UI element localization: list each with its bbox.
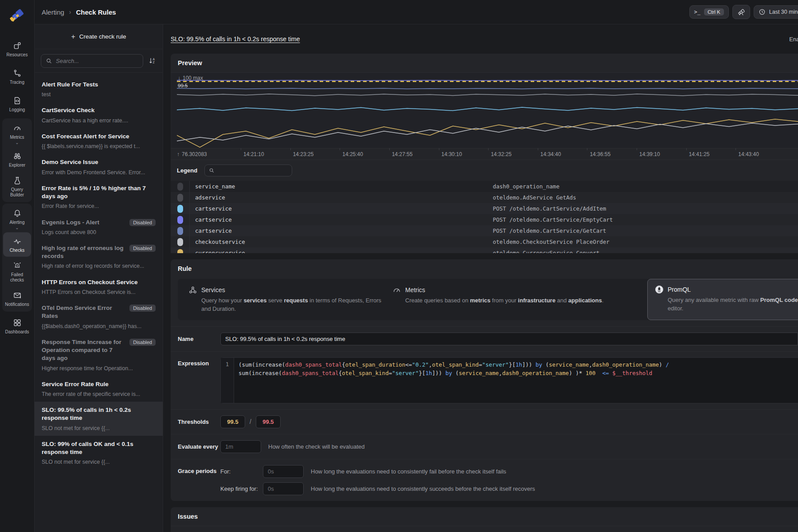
sidebar-item-notifications[interactable]: Notifications [3, 286, 31, 311]
rule-item-header: SLO: 99% of calls OK and < 0.1s response… [42, 440, 156, 456]
rule-item-subtitle: The error rate of the specific service i… [42, 391, 156, 398]
series-color-swatch[interactable] [177, 238, 183, 246]
rule-type-metrics[interactable]: MetricsCreate queries based on metrics f… [388, 283, 647, 316]
check-rule-item[interactable]: Error Rate is 5% / 10 % higher than 7 da… [35, 180, 163, 214]
promql-code-editor[interactable]: 1 (sum(increase(dash0_spans_total{otel_s… [220, 357, 798, 403]
sidebar-item-logging[interactable]: Logging [3, 92, 31, 116]
legend-service-name[interactable]: adservice [195, 194, 487, 201]
rule-item-header: HTTP Errors on Checkout Service [42, 278, 156, 286]
breadcrumb-alerting[interactable]: Alerting [42, 8, 64, 16]
legend-table: service_namedash0_operation_nameadservic… [171, 181, 798, 253]
sidebar-item-checks[interactable]: Checks [3, 232, 31, 257]
column-divider [189, 203, 190, 214]
topbar: Alerting › Check Rules >_ Ctrl K [35, 0, 798, 24]
nav-group: Tracing [2, 63, 32, 90]
check-rule-item[interactable]: High log rate of erroneus log recordsDis… [35, 240, 163, 274]
check-rule-item[interactable]: Alert Rule For Teststest [35, 76, 163, 102]
sidebar-item-resources[interactable]: Resources [3, 37, 31, 61]
grace-for-input[interactable] [263, 465, 304, 478]
nav-group: Logging [2, 91, 32, 117]
legend-row-item: cartservicePOST /oteldemo.CartService/Ad… [171, 203, 798, 214]
series-color-swatch[interactable] [177, 216, 183, 224]
degraded-threshold-input[interactable] [220, 415, 245, 428]
rule-type-promql[interactable]: PromQLQuery any available metric with ra… [647, 279, 798, 320]
check-rule-item[interactable]: HTTP Errors on Checkout ServiceHTTP Erro… [35, 274, 163, 300]
legend-toolbar: Legend [171, 160, 798, 181]
gauge-icon [392, 286, 401, 294]
check-rule-item[interactable]: Service Error Rate RuleThe error rate of… [35, 376, 163, 402]
rule-item-subtitle: Higher response time for Operation... [42, 365, 156, 372]
rule-title-link[interactable]: SLO: 99.5% of calls in 1h < 0.2s respons… [171, 35, 300, 43]
rule-item-title: Response Time Increase for Operation com… [42, 338, 126, 363]
sidebar-item-query-builder[interactable]: Query Builder [3, 172, 31, 201]
sidebar-item-explorer[interactable]: Explorer [3, 147, 31, 172]
rules-search-row: A Z [35, 49, 163, 73]
sidebar-item-dashboards[interactable]: Dashboards [3, 314, 31, 338]
enabled-label[interactable]: Enabled [789, 36, 798, 43]
check-rule-item[interactable]: Evgenis Logs - AlertDisabledLogs count a… [35, 214, 163, 240]
sidebar-item-label: Query Builder [4, 187, 30, 198]
legend-operation-name[interactable]: oteldemo.CheckoutService PlaceOrder [493, 239, 791, 245]
x-tick-label: 14:27:55 [392, 151, 413, 157]
sidebar-item-metrics[interactable]: Metrics⌄ [3, 119, 31, 147]
rule-item-subtitle: CartService has a high error rate.... [42, 117, 156, 124]
legend-operation-name[interactable]: POST /oteldemo.CartService/EmptyCart [493, 216, 791, 223]
expression-code: (sum(increase(dash0_spans_total{otel_spa… [234, 358, 673, 403]
check-rule-item[interactable]: OTel Demo Service Error RatesDisabled{{$… [35, 300, 163, 334]
legend-operation-name[interactable]: oteldemo.AdService GetAds [493, 194, 791, 201]
legend-operation-name[interactable]: POST /oteldemo.CartService/AddItem [493, 205, 791, 212]
legend-service-name[interactable]: cartservice [195, 216, 487, 223]
x-tick-label: 14:21:10 [243, 151, 264, 157]
legend-row-item: currencyserviceoteldemo.CurrencyService … [171, 247, 798, 253]
chevron-down-icon: ⌄ [15, 227, 19, 229]
time-range-label: Last 30 minutes [769, 9, 798, 15]
legend-service-name[interactable]: cartservice [195, 205, 487, 212]
chevron-down-icon: ⌄ [15, 142, 19, 144]
telescope-button[interactable] [732, 5, 750, 19]
check-rule-item[interactable]: CartService CheckCartService has a high … [35, 102, 163, 128]
check-rule-item[interactable]: Cost Forecast Alert for Service{{ $label… [35, 128, 163, 154]
dash0-logo[interactable] [8, 5, 26, 23]
series-color-swatch[interactable] [177, 249, 183, 254]
legend-service-name[interactable]: cartservice [195, 227, 487, 234]
check-rule-item[interactable]: SLO: 99% of calls OK and < 0.1s response… [35, 436, 163, 470]
time-range-picker[interactable]: Last 30 minutes [754, 5, 798, 19]
critical-threshold-input[interactable] [256, 415, 281, 428]
legend-operation-name[interactable]: oteldemo.CurrencyService Convert [493, 250, 791, 253]
sidebar-item-failed-checks[interactable]: Failed checks [3, 257, 31, 286]
grace-row-help: How long the evaluations need to consist… [311, 468, 506, 475]
legend-service-name[interactable]: checkoutservice [195, 239, 487, 245]
rule-item-header: Demo Service Issue [42, 158, 156, 166]
series-color-swatch[interactable] [177, 194, 183, 202]
rule-card: Rule ServicesQuery how your services ser… [171, 259, 798, 501]
search-icon [209, 168, 215, 173]
rule-type-title: PromQL [655, 285, 798, 294]
check-rule-item[interactable]: Demo Service IssueError with Demo Fronte… [35, 154, 163, 180]
rules-search-input[interactable] [56, 58, 138, 64]
legend-operation-name[interactable]: POST /oteldemo.CartService/GetCart [493, 227, 791, 234]
command-palette-button[interactable]: >_ Ctrl K [689, 5, 729, 19]
services-icon [188, 286, 197, 294]
check-rule-item[interactable]: SLO: 99.5% of calls in 1h < 0.2s respons… [35, 402, 163, 436]
series-color-swatch[interactable] [177, 183, 183, 191]
nav-group: Resources [2, 36, 32, 62]
legend-search-input[interactable] [218, 168, 288, 174]
issues-card: Issues Summary [171, 507, 798, 532]
check-rule-item[interactable]: Response Time Increase for Operation com… [35, 334, 163, 376]
rule-name-input[interactable] [220, 332, 798, 345]
grace-keep-firing-input[interactable] [263, 482, 304, 495]
sidebar-item-label: Tracing [10, 80, 24, 85]
legend-service-name[interactable]: currencyservice [195, 250, 487, 253]
x-tick-label: 14:23:25 [293, 151, 314, 157]
threshold-value-label: 99.5 [178, 83, 188, 88]
x-tick-label: 14:39:10 [639, 151, 660, 157]
sort-az-button[interactable]: A Z [149, 57, 156, 65]
rule-type-services[interactable]: ServicesQuery how your services serve re… [184, 283, 388, 316]
sidebar-item-tracing[interactable]: Tracing [3, 64, 31, 89]
create-check-rule-button[interactable]: + Create check rule [71, 33, 126, 41]
sidebar-item-alerting[interactable]: Alerting⌄ [3, 204, 31, 232]
x-tick-label: 14:25:40 [342, 151, 363, 157]
series-color-swatch[interactable] [177, 205, 183, 213]
evaluate-interval-input[interactable] [220, 440, 261, 453]
series-color-swatch[interactable] [177, 227, 183, 235]
